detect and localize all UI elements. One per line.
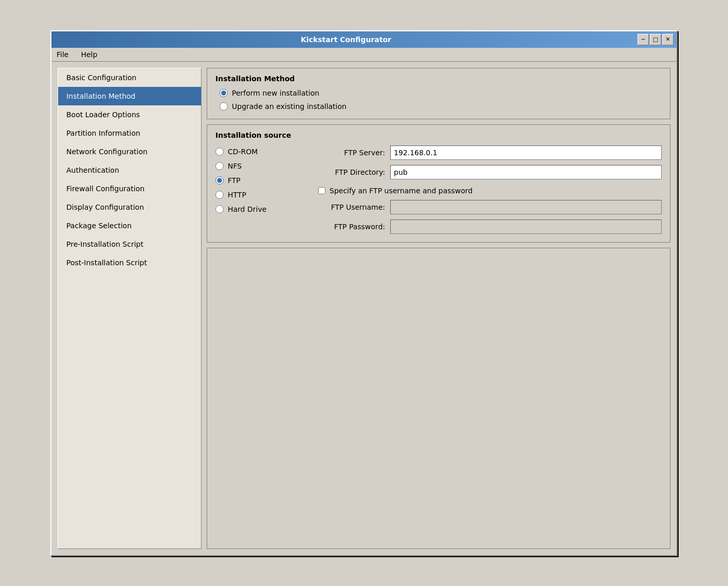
installation-method-section: Installation Method Perform new installa… xyxy=(207,68,670,119)
new-install-option: Perform new installation xyxy=(220,89,662,97)
ftp-directory-label: FTP Directory: xyxy=(318,168,385,176)
nfs-label: NFS xyxy=(228,162,242,170)
sidebar-item-installation-method[interactable]: Installation Method xyxy=(58,87,201,105)
sidebar-item-package-selection[interactable]: Package Selection xyxy=(58,216,201,235)
installation-method-options: Perform new installation Upgrade an exis… xyxy=(220,89,662,111)
installation-method-title: Installation Method xyxy=(215,75,662,83)
ftp-server-label: FTP Server: xyxy=(318,149,385,157)
cdrom-option: CD-ROM xyxy=(215,148,318,156)
source-radio-group: CD-ROM NFS FTP HTTP xyxy=(215,145,318,234)
upgrade-option: Upgrade an existing installation xyxy=(220,102,662,111)
ftp-label: FTP xyxy=(228,176,241,185)
upgrade-label: Upgrade an existing installation xyxy=(232,102,347,111)
title-bar-buttons: ─ □ ✕ xyxy=(638,34,674,45)
installation-source-title: Installation source xyxy=(215,131,662,139)
upgrade-radio[interactable] xyxy=(220,102,228,111)
sidebar-item-basic-configuration[interactable]: Basic Configuration xyxy=(58,68,201,87)
content-area: Basic Configuration Installation Method … xyxy=(51,62,677,555)
sidebar-item-display-configuration[interactable]: Display Configuration xyxy=(58,198,201,216)
hard-drive-label: Hard Drive xyxy=(228,205,266,213)
ftp-directory-input[interactable] xyxy=(390,165,662,179)
window-title: Kickstart Configurator xyxy=(54,35,638,44)
ftp-password-row: FTP Password: xyxy=(318,219,662,234)
specify-credentials-label: Specify an FTP username and password xyxy=(330,187,472,195)
sidebar-item-post-installation-script[interactable]: Post-Installation Script xyxy=(58,253,201,272)
http-option: HTTP xyxy=(215,191,318,199)
main-window: Kickstart Configurator ─ □ ✕ File Help B… xyxy=(50,30,678,556)
ftp-username-label: FTP Username: xyxy=(318,203,385,211)
ftp-directory-row: FTP Directory: xyxy=(318,165,662,179)
sidebar-item-firewall-configuration[interactable]: Firewall Configuration xyxy=(58,179,201,198)
specify-credentials-checkbox[interactable] xyxy=(318,187,325,194)
title-bar: Kickstart Configurator ─ □ ✕ xyxy=(51,31,677,48)
cdrom-radio[interactable] xyxy=(215,148,224,156)
maximize-button[interactable]: □ xyxy=(650,34,661,45)
sidebar-item-boot-loader-options[interactable]: Boot Loader Options xyxy=(58,105,201,124)
nfs-radio[interactable] xyxy=(215,162,224,170)
installation-source-section: Installation source CD-ROM NFS xyxy=(207,124,670,243)
bottom-panel xyxy=(207,248,670,549)
menubar: File Help xyxy=(51,48,677,62)
close-button[interactable]: ✕ xyxy=(662,34,674,45)
source-fields: FTP Server: FTP Directory: Specify an FT… xyxy=(318,145,662,234)
ftp-password-label: FTP Password: xyxy=(318,223,385,231)
ftp-username-row: FTP Username: xyxy=(318,200,662,214)
hard-drive-option: Hard Drive xyxy=(215,205,318,213)
ftp-server-input[interactable] xyxy=(390,145,662,160)
sidebar-item-partition-information[interactable]: Partition Information xyxy=(58,124,201,142)
main-panel: Installation Method Perform new installa… xyxy=(207,68,670,549)
ftp-option: FTP xyxy=(215,176,318,185)
sidebar-item-network-configuration[interactable]: Network Configuration xyxy=(58,142,201,161)
hard-drive-radio[interactable] xyxy=(215,205,224,213)
sidebar-item-pre-installation-script[interactable]: Pre-Installation Script xyxy=(58,235,201,253)
http-radio[interactable] xyxy=(215,191,224,199)
new-install-radio[interactable] xyxy=(220,89,228,97)
http-label: HTTP xyxy=(228,191,246,199)
sidebar: Basic Configuration Installation Method … xyxy=(58,68,202,549)
cdrom-label: CD-ROM xyxy=(228,148,258,156)
sidebar-item-authentication[interactable]: Authentication xyxy=(58,161,201,179)
menu-help[interactable]: Help xyxy=(79,49,99,60)
menu-file[interactable]: File xyxy=(54,49,70,60)
nfs-option: NFS xyxy=(215,162,318,170)
ftp-password-input[interactable] xyxy=(390,219,662,234)
source-grid: CD-ROM NFS FTP HTTP xyxy=(215,145,662,234)
new-install-label: Perform new installation xyxy=(232,89,319,97)
ftp-username-input[interactable] xyxy=(390,200,662,214)
minimize-button[interactable]: ─ xyxy=(638,34,649,45)
specify-credentials-row: Specify an FTP username and password xyxy=(318,187,662,195)
ftp-server-row: FTP Server: xyxy=(318,145,662,160)
ftp-radio[interactable] xyxy=(215,176,224,185)
